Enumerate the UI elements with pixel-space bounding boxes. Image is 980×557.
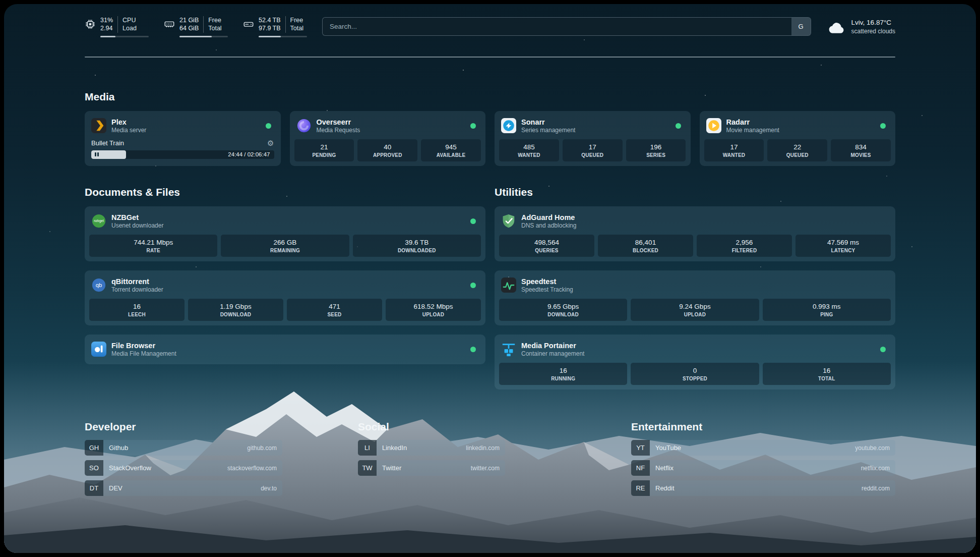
bookmark-domain: netflix.com bbox=[861, 465, 895, 472]
stat-label: LEECH bbox=[91, 312, 182, 317]
bookmark-domain: linkedin.com bbox=[466, 444, 505, 452]
stat-label: MOVIES bbox=[833, 152, 889, 158]
status-dot bbox=[266, 123, 271, 129]
stat-label: AVAILABLE bbox=[423, 152, 479, 158]
stat-label: STOPPED bbox=[633, 376, 757, 381]
bookmark-domain: youtube.com bbox=[855, 444, 895, 452]
service-name[interactable]: AdGuard Home bbox=[521, 213, 576, 222]
bookmark-name: Twitter bbox=[377, 464, 401, 472]
header-divider bbox=[85, 57, 895, 58]
stat-filtered: 2,956 FILTERED bbox=[697, 235, 792, 257]
cloud-icon bbox=[826, 19, 846, 35]
stat-label: APPROVED bbox=[359, 152, 415, 158]
status-dot bbox=[470, 123, 476, 129]
svg-text:nzbget: nzbget bbox=[94, 219, 104, 224]
service-name[interactable]: qBittorrent bbox=[111, 277, 163, 286]
disk-label-bottom: Total bbox=[290, 24, 303, 32]
service-name[interactable]: Overseerr bbox=[317, 118, 360, 127]
bookmark-github[interactable]: GH Github github.com bbox=[85, 440, 282, 456]
qbittorrent-icon: qb bbox=[91, 277, 106, 293]
weather-condition: scattered clouds bbox=[851, 27, 895, 35]
stat-value: 86,401 bbox=[600, 239, 691, 246]
documents-utilities-grid: nzbget NZBGet Usenet downloader 744.21 M… bbox=[85, 206, 895, 389]
stat-leech: 16 LEECH bbox=[89, 299, 185, 321]
search-input[interactable] bbox=[323, 18, 791, 35]
service-card-adguard[interactable]: AdGuard Home DNS and adblocking 498,564 … bbox=[495, 206, 895, 261]
disk-values: 52.4 TB 97.9 TB bbox=[259, 16, 281, 33]
service-card-overseerr[interactable]: Overseerr Media Requests 21 PENDING 40 A… bbox=[290, 111, 486, 166]
bookmark-dev[interactable]: DT DEV dev.to bbox=[85, 480, 282, 496]
bookmark-name: StackOverflow bbox=[103, 464, 151, 472]
stat-label: WANTED bbox=[501, 152, 557, 158]
service-card-plex[interactable]: Plex Media server Bullet Train ⚙ 24:44 /… bbox=[85, 111, 281, 166]
bookmark-name: Netflix bbox=[650, 464, 673, 472]
bookmark-linkedin[interactable]: LI LinkedIn linkedin.com bbox=[358, 440, 505, 456]
dashboard-window: 31% 2.94 CPU Load bbox=[4, 4, 976, 553]
disk-free: 52.4 TB bbox=[259, 16, 281, 24]
search-provider-button[interactable]: G bbox=[791, 18, 811, 35]
dashboard-content: 31% 2.94 CPU Load bbox=[4, 4, 976, 553]
service-name[interactable]: File Browser bbox=[111, 341, 176, 350]
bookmark-group-social: Social LI LinkedIn linkedin.com TW Twitt… bbox=[358, 421, 622, 500]
service-name[interactable]: Media Portainer bbox=[521, 341, 584, 350]
service-card-qbittorrent[interactable]: qb qBittorrent Torrent downloader 16 LEE… bbox=[85, 270, 485, 325]
stat-remaining: 266 GB REMAINING bbox=[221, 235, 349, 257]
bookmark-reddit[interactable]: RE Reddit reddit.com bbox=[631, 480, 895, 496]
bookmark-youtube[interactable]: YT YouTube youtube.com bbox=[631, 440, 895, 456]
service-card-nzbget[interactable]: nzbget NZBGet Usenet downloader 744.21 M… bbox=[85, 206, 485, 261]
disk-usage-fill bbox=[259, 36, 281, 37]
service-description: Container management bbox=[521, 350, 584, 358]
stat-download: 9.65 Gbps DOWNLOAD bbox=[499, 299, 627, 321]
stat-blocked: 86,401 BLOCKED bbox=[598, 235, 693, 257]
stat-label: BLOCKED bbox=[600, 248, 691, 253]
playback-progress-bar[interactable]: 24:44 / 02:06:47 bbox=[91, 150, 274, 159]
service-name[interactable]: NZBGet bbox=[111, 213, 163, 222]
stat-label: UPLOAD bbox=[633, 312, 757, 317]
service-card-portainer[interactable]: Media Portainer Container management 16 … bbox=[495, 335, 895, 389]
stat-label: DOWNLOAD bbox=[501, 312, 625, 317]
stat-label: SERIES bbox=[628, 152, 684, 158]
section-title-documents: Documents & Files bbox=[85, 186, 485, 198]
service-name[interactable]: Speedtest bbox=[521, 277, 573, 286]
weather-widget: Lviv, 16.87°C scattered clouds bbox=[826, 18, 895, 35]
bookmark-domain: github.com bbox=[247, 444, 282, 452]
disk-total: 97.9 TB bbox=[259, 24, 281, 32]
stat-label: PING bbox=[765, 312, 889, 317]
stat-rate: 744.21 Mbps RATE bbox=[89, 235, 217, 257]
bookmark-abbr: YT bbox=[631, 440, 650, 456]
bookmark-domain: dev.to bbox=[261, 485, 282, 492]
bookmark-netflix[interactable]: NF Netflix netflix.com bbox=[631, 460, 895, 476]
stat-label: DOWNLOAD bbox=[190, 312, 281, 317]
bookmark-group-entertainment: Entertainment YT YouTube youtube.com NF … bbox=[631, 421, 895, 500]
stat-value: 16 bbox=[91, 303, 182, 310]
stat-seed: 471 SEED bbox=[287, 299, 382, 321]
bookmark-stackoverflow[interactable]: SO StackOverflow stackoverflow.com bbox=[85, 460, 282, 476]
svg-text:qb: qb bbox=[96, 283, 102, 289]
media-card-grid: Plex Media server Bullet Train ⚙ 24:44 /… bbox=[85, 111, 895, 166]
cpu-values: 31% 2.94 bbox=[100, 16, 113, 33]
status-dot bbox=[470, 218, 476, 224]
pause-icon[interactable] bbox=[95, 152, 99, 156]
service-name[interactable]: Sonarr bbox=[521, 118, 575, 127]
stat-label: UPLOAD bbox=[388, 312, 479, 317]
service-card-radarr[interactable]: Radarr Movie management 17 WANTED 22 QUE… bbox=[700, 111, 896, 166]
service-card-speedtest[interactable]: Speedtest Speedtest Tracking 9.65 Gbps D… bbox=[495, 270, 895, 325]
service-card-filebrowser[interactable]: File Browser Media File Management bbox=[85, 335, 485, 364]
stat-label: PENDING bbox=[296, 152, 352, 158]
disk-labels: Free Total bbox=[285, 16, 303, 33]
service-description: Media Requests bbox=[317, 127, 360, 134]
stat-label: REMAINING bbox=[223, 248, 347, 253]
status-dot bbox=[470, 283, 476, 288]
bookmark-twitter[interactable]: TW Twitter twitter.com bbox=[358, 460, 505, 476]
service-name[interactable]: Plex bbox=[111, 118, 146, 127]
service-description: Usenet downloader bbox=[111, 222, 163, 230]
filebrowser-icon bbox=[91, 342, 106, 357]
section-title-media: Media bbox=[85, 91, 895, 103]
disk-usage-bar bbox=[259, 36, 307, 37]
service-description: Torrent downloader bbox=[111, 286, 163, 294]
overseerr-icon bbox=[296, 118, 312, 133]
service-card-sonarr[interactable]: Sonarr Series management 485 WANTED 17 Q… bbox=[495, 111, 691, 166]
cpu-icon bbox=[85, 19, 96, 30]
service-name[interactable]: Radarr bbox=[726, 118, 779, 127]
gear-icon[interactable]: ⚙ bbox=[267, 139, 274, 147]
